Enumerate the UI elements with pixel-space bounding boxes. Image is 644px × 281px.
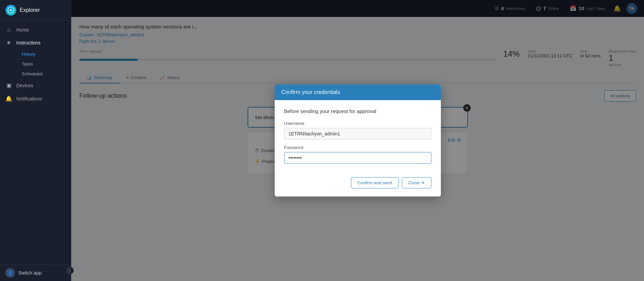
sidebar-item-devices[interactable]: ▣ Devices bbox=[0, 79, 71, 92]
sidebar-item-tasks[interactable]: Tasks bbox=[16, 59, 71, 69]
instructions-icon: ≡ bbox=[5, 40, 12, 46]
modal-title: Confirm your credentials bbox=[281, 89, 340, 95]
close-modal-label: Close bbox=[408, 180, 419, 185]
sidebar: Explorer ⌂ Home ≡ Instructions History T… bbox=[0, 0, 71, 281]
home-icon: ⌂ bbox=[5, 27, 12, 33]
chevron-left-icon: ‹ bbox=[69, 268, 71, 273]
sidebar-item-home[interactable]: ⌂ Home bbox=[0, 23, 71, 36]
devices-icon: ▣ bbox=[5, 82, 12, 89]
history-label: History bbox=[22, 52, 35, 57]
sidebar-item-home-label: Home bbox=[16, 27, 29, 33]
sidebar-subnav: History Tasks Scheduled bbox=[0, 49, 71, 79]
modal-body: Before sending your request for approval… bbox=[275, 100, 441, 177]
sidebar-nav: ⌂ Home ≡ Instructions History Tasks Sche… bbox=[0, 21, 71, 264]
username-input[interactable] bbox=[284, 128, 431, 139]
app-name: Explorer bbox=[20, 7, 40, 13]
sidebar-item-instructions-label: Instructions bbox=[16, 40, 41, 45]
password-label: Password bbox=[284, 145, 431, 150]
modal-overlay: Confirm your credentials Before sending … bbox=[71, 0, 644, 281]
credentials-modal: Confirm your credentials Before sending … bbox=[275, 85, 441, 196]
username-group: Username bbox=[284, 121, 431, 139]
modal-footer: Confirm and send Close ✕ bbox=[275, 177, 441, 196]
sidebar-item-devices-label: Devices bbox=[16, 83, 33, 88]
password-input[interactable] bbox=[284, 152, 431, 164]
sidebar-item-instructions[interactable]: ≡ Instructions bbox=[0, 36, 71, 49]
confirm-send-button[interactable]: Confirm and send bbox=[351, 177, 399, 188]
sidebar-logo: Explorer bbox=[0, 0, 71, 21]
user-avatar-small: 👤 bbox=[5, 268, 15, 278]
app-logo-icon bbox=[5, 5, 16, 16]
switch-app-button[interactable]: 👤 Switch app bbox=[0, 264, 71, 281]
sidebar-item-history[interactable]: History bbox=[16, 49, 71, 59]
switch-app-label: Switch app bbox=[18, 270, 41, 276]
password-group: Password bbox=[284, 145, 431, 164]
sidebar-item-scheduled[interactable]: Scheduled bbox=[16, 69, 71, 79]
scheduled-label: Scheduled bbox=[22, 71, 42, 76]
tasks-label: Tasks bbox=[22, 61, 33, 67]
modal-header: Confirm your credentials bbox=[275, 85, 441, 100]
sidebar-item-notifications-label: Notifications bbox=[16, 96, 42, 101]
close-modal-icon: ✕ bbox=[421, 180, 425, 185]
modal-subtitle: Before sending your request for approval bbox=[284, 108, 431, 114]
close-modal-button[interactable]: Close ✕ bbox=[402, 177, 431, 188]
username-label: Username bbox=[284, 121, 431, 126]
main-content: ⊘ 4 Instructions ⏻ 7 Online 📅 10 Last 7 … bbox=[71, 0, 644, 281]
notifications-icon: 🔔 bbox=[5, 95, 12, 102]
sidebar-item-notifications[interactable]: 🔔 Notifications bbox=[0, 92, 71, 105]
